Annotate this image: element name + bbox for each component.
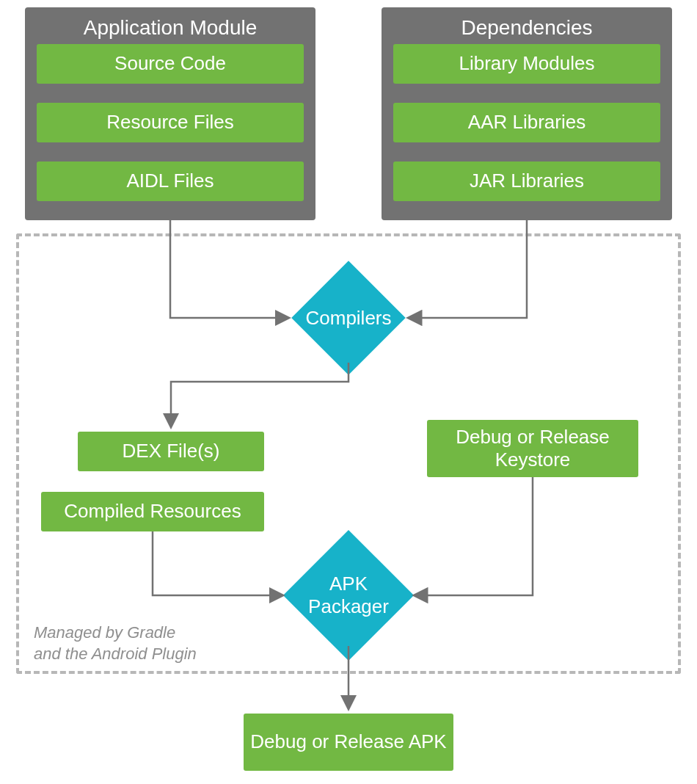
aar-libraries-box: AAR Libraries (393, 103, 660, 142)
aidl-files-box: AIDL Files (37, 161, 304, 201)
compiled-resources-label: Compiled Resources (64, 500, 241, 523)
resource-files-label: Resource Files (106, 111, 233, 134)
output-apk-label: Debug or Release APK (250, 730, 446, 753)
dex-files-box: DEX File(s) (78, 432, 264, 471)
source-code-label: Source Code (114, 52, 226, 75)
keystore-label: Debug or Release Keystore (433, 426, 632, 471)
library-modules-box: Library Modules (393, 44, 660, 84)
dex-files-label: DEX File(s) (123, 440, 220, 462)
library-modules-label: Library Modules (459, 52, 595, 75)
compiled-resources-box: Compiled Resources (41, 492, 264, 531)
jar-libraries-box: JAR Libraries (393, 161, 660, 201)
source-code-box: Source Code (37, 44, 304, 84)
managed-by-caption: Managed by Gradle and the Android Plugin (34, 623, 197, 664)
jar-libraries-label: JAR Libraries (470, 170, 584, 192)
keystore-box: Debug or Release Keystore (427, 420, 638, 477)
aidl-files-label: AIDL Files (127, 170, 214, 192)
output-apk-box: Debug or Release APK (244, 714, 453, 771)
dependencies-title: Dependencies (392, 16, 662, 40)
application-module-title: Application Module (35, 16, 305, 40)
resource-files-box: Resource Files (37, 103, 304, 142)
aar-libraries-label: AAR Libraries (468, 111, 585, 134)
